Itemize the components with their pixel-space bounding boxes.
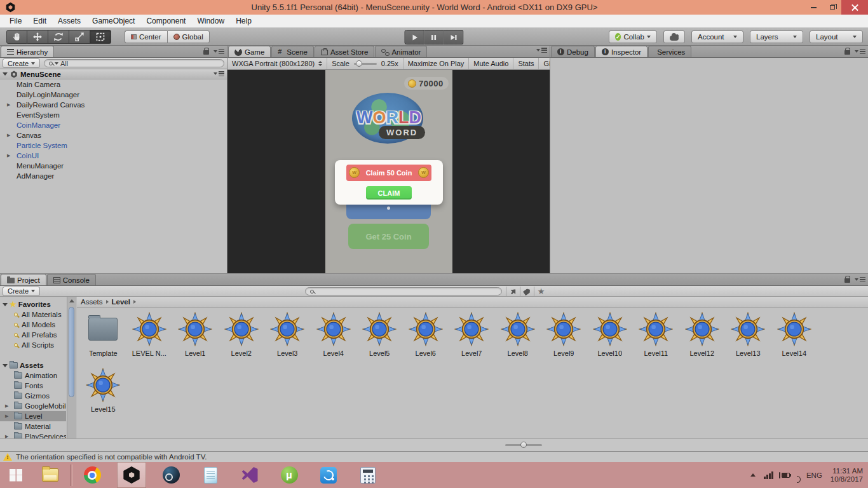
hand-tool-button[interactable]	[6, 30, 27, 44]
hierarchy-item[interactable]: DailyLoginManager	[0, 90, 227, 100]
menu-item[interactable]: Help	[230, 15, 257, 27]
menu-item[interactable]: GameObject	[86, 15, 140, 27]
scroll-up-icon[interactable]	[69, 299, 74, 302]
asset-folder-item[interactable]: Gizmos	[0, 391, 66, 401]
asset-folder-item[interactable]: Fonts	[0, 381, 66, 391]
minimize-button[interactable]	[804, 0, 823, 15]
hierarchy-item[interactable]: ▶ DailyReward Canvas	[0, 100, 227, 110]
slider-knob[interactable]	[356, 60, 362, 67]
asset-grid-item[interactable]: Level6	[403, 311, 449, 367]
assets-header[interactable]: Assets	[0, 360, 76, 370]
expand-arrow-icon[interactable]: ▶	[7, 133, 10, 138]
menu-item[interactable]: Window	[191, 15, 230, 27]
claim-button[interactable]: CLAIM	[366, 186, 412, 200]
view-tab[interactable]: Animator	[375, 46, 427, 57]
asset-folder-item[interactable]: ▶Level	[0, 411, 66, 421]
lock-icon[interactable]	[844, 50, 850, 55]
filter-by-type-button[interactable]	[506, 287, 520, 296]
asset-folder-item[interactable]: ▶GoogleMobileAds	[0, 401, 66, 411]
game-toolbar-button[interactable]: Stats	[513, 58, 539, 69]
battery-icon[interactable]	[782, 473, 790, 478]
panel-menu-icon[interactable]	[536, 48, 547, 53]
filter-by-label-button[interactable]	[520, 287, 534, 296]
asset-grid-item[interactable]: Level9	[541, 311, 587, 367]
hierarchy-item[interactable]: MenuManager	[0, 161, 227, 171]
taskbar-app[interactable]	[275, 462, 304, 488]
favorites-item[interactable]: All Scripts	[0, 340, 66, 350]
asset-grid-item[interactable]: Level10	[587, 311, 634, 367]
collab-button[interactable]: Collab	[609, 30, 657, 43]
game-toolbar-button[interactable]: Mute Audio	[469, 58, 513, 69]
hierarchy-item[interactable]: ▶ Canvas	[0, 130, 227, 140]
thumbnail-size-slider[interactable]	[505, 444, 542, 446]
hierarchy-search-input[interactable]: All	[44, 59, 224, 67]
menu-item[interactable]: Edit	[27, 15, 52, 27]
cloud-button[interactable]	[663, 30, 685, 43]
favorites-header[interactable]: ★ Favorites	[0, 299, 76, 309]
hierarchy-item[interactable]: ▶ CoinUI	[0, 151, 227, 161]
foldout-icon[interactable]	[3, 72, 8, 76]
view-tab[interactable]: Game	[228, 46, 271, 57]
lock-icon[interactable]	[844, 278, 850, 283]
view-tab[interactable]: Asset Store	[315, 46, 374, 57]
aspect-dropdown[interactable]: WXGA Portrait (800x1280)	[227, 58, 327, 69]
rotate-tool-button[interactable]	[48, 30, 69, 44]
account-dropdown[interactable]: Account	[691, 30, 743, 43]
scene-menu-icon[interactable]	[214, 71, 224, 76]
asset-grid-item[interactable]: Level2	[219, 311, 265, 367]
hierarchy-item[interactable]: AdManager	[0, 171, 227, 181]
expand-arrow-icon[interactable]: ▶	[7, 102, 10, 107]
asset-grid-item[interactable]: Template	[80, 311, 126, 367]
asset-grid-item[interactable]: Level14	[771, 311, 818, 367]
lock-icon[interactable]	[203, 50, 209, 55]
menu-item[interactable]: Assets	[52, 15, 86, 27]
asset-grid-item[interactable]: LEVEL N...	[126, 311, 173, 367]
foldout-icon[interactable]	[3, 364, 8, 367]
close-button[interactable]	[841, 0, 868, 15]
inspector-tab[interactable]: Inspector	[595, 46, 648, 57]
taskbar-app[interactable]	[314, 462, 343, 488]
slider-knob[interactable]	[520, 442, 527, 448]
hierarchy-item[interactable]: EventSystem	[0, 110, 227, 120]
taskbar-app[interactable]	[78, 462, 107, 488]
rect-tool-button[interactable]	[90, 30, 111, 44]
taskbar-app[interactable]	[117, 462, 146, 488]
taskbar-app[interactable]	[36, 462, 65, 488]
foldout-icon[interactable]	[3, 303, 8, 306]
network-signal-icon[interactable]	[764, 471, 773, 479]
layers-dropdown[interactable]: Layers	[750, 30, 803, 43]
asset-grid-item[interactable]: Level13	[725, 311, 771, 367]
favorites-item[interactable]: All Materials	[0, 309, 66, 320]
view-tab[interactable]: Scene	[271, 46, 314, 57]
game-toolbar-button[interactable]: Gizmos	[539, 58, 550, 69]
asset-grid-item[interactable]: Level3	[264, 311, 311, 367]
hierarchy-item[interactable]: Main Camera	[0, 79, 227, 90]
sidebar-scrollbar[interactable]	[67, 297, 75, 451]
step-button[interactable]	[444, 30, 464, 44]
scale-slider[interactable]	[354, 63, 377, 65]
tab-hierarchy[interactable]: Hierarchy	[1, 46, 54, 57]
menu-item[interactable]: Component	[140, 15, 191, 27]
favorites-item[interactable]: All Models	[0, 320, 66, 330]
get-coin-button[interactable]: Get 25 Coin	[348, 224, 429, 249]
taskbar-app[interactable]	[196, 462, 225, 488]
panel-menu-icon[interactable]	[855, 49, 865, 54]
game-toolbar-button[interactable]: Maximize On Play	[403, 58, 470, 69]
create-button[interactable]: Create	[3, 58, 40, 68]
clock[interactable]: 11:31 AM 10/8/2017	[831, 467, 863, 484]
asset-grid-item[interactable]: Level5	[356, 311, 403, 367]
asset-folder-item[interactable]: Animation	[0, 370, 66, 381]
space-toggle-button[interactable]: Global	[167, 30, 210, 43]
asset-grid-item[interactable]: Level15	[80, 367, 126, 423]
asset-grid-item[interactable]: Level11	[633, 311, 679, 367]
expand-arrow-icon[interactable]: ▶	[7, 153, 10, 158]
asset-grid-item[interactable]: Level8	[495, 311, 541, 367]
taskbar-app[interactable]	[1, 462, 31, 488]
expand-arrow-icon[interactable]: ▶	[5, 403, 8, 409]
favorites-item[interactable]: All Prefabs	[0, 330, 66, 340]
asset-grid-item[interactable]: Level1	[172, 311, 219, 367]
inspector-tab[interactable]: Debug	[551, 46, 595, 57]
hierarchy-item[interactable]: Particle System	[0, 140, 227, 151]
taskbar-app[interactable]	[353, 462, 383, 488]
scale-tool-button[interactable]	[69, 30, 90, 44]
